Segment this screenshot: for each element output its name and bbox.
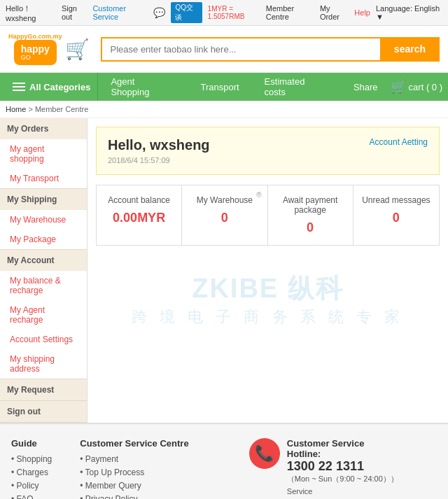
my-order-link[interactable]: My Order	[320, 4, 349, 21]
footer-csc-title: Customer Service Centre	[80, 438, 188, 449]
sidebar-section-request: My Request	[0, 379, 87, 401]
main: My Orders My agent shopping My Transport…	[0, 118, 448, 423]
nav-cart[interactable]: 🛒 cart ( 0 )	[391, 79, 442, 94]
sidebar-item-package[interactable]: My Package	[0, 230, 87, 249]
sidebar-item-balance[interactable]: My balance & recharge	[0, 271, 87, 300]
welcome-box: Hello, wxsheng 2018/6/4 15:57:09 Account…	[96, 127, 440, 175]
footer-service-info: Customer Service Hotline: 1300 22 1311 （…	[287, 438, 437, 499]
stat-warehouse-label: My Warehouse	[189, 195, 260, 205]
stat-balance: Account balance 0.00MYR	[97, 185, 182, 245]
sidebar-item-account-settings[interactable]: Account Settings	[0, 330, 87, 349]
stat-balance-value: 0.00MYR	[104, 211, 174, 225]
logo-box: happy GO	[14, 40, 57, 65]
footer: Guide Shopping Charges Policy FAQ Delive…	[0, 423, 448, 499]
watermark: ZKIBE 纵科 跨 境 电 子 商 务 系 统 专 家	[96, 257, 440, 342]
top-bar-left: Hello！wxsheng Sign out Customer Service …	[6, 2, 266, 23]
top-bar: Hello！wxsheng Sign out Customer Service …	[0, 0, 448, 26]
sidebar: My Orders My agent shopping My Transport…	[0, 118, 88, 423]
logo-go: GO	[21, 54, 50, 61]
nav-estimated-costs[interactable]: Estimated costs	[252, 73, 341, 101]
stat-await-payment: Await payment package 0	[268, 185, 354, 245]
sidebar-item-agent-shopping[interactable]: My agent shopping	[0, 139, 87, 169]
watermark-cn: 跨 境 电 子 商 务 系 统 专 家	[110, 307, 426, 328]
footer-csc-topup[interactable]: Top Up Process	[85, 468, 145, 477]
greeting-text: Hello！wxsheng	[6, 3, 56, 22]
logo-site: HappyGo.com.my	[8, 33, 62, 40]
content: Hello, wxsheng 2018/6/4 15:57:09 Account…	[88, 118, 448, 423]
wechat-icon: 💬	[153, 7, 165, 18]
qq-button[interactable]: QQ交谈	[171, 2, 202, 23]
footer-service-label: Service	[287, 487, 437, 496]
logo-main: happy	[21, 44, 50, 54]
breadcrumb-separator: >	[28, 105, 34, 113]
nav-share[interactable]: Share	[341, 73, 391, 101]
nav-cart-icon: 🛒	[391, 79, 406, 94]
sidebar-section-orders: My Orders My agent shopping My Transport	[0, 118, 87, 189]
footer-hours: （Mon ~ Sun（9:00 ~ 24:00））	[287, 474, 437, 484]
stat-unread-label: Unread messages	[360, 195, 432, 205]
footer-guide-faq[interactable]: FAQ	[17, 494, 34, 499]
all-categories-button[interactable]: All Categories	[6, 73, 98, 101]
sidebar-signout-link[interactable]: Sign out	[0, 401, 87, 422]
breadcrumb-current: Member Centre	[35, 105, 88, 113]
top-bar-right: Member Centre My Order Help Language: En…	[266, 4, 442, 21]
footer-service: 📞 Customer Service Hotline: 1300 22 1311…	[249, 438, 437, 499]
stat-unread: Unread messages 0	[354, 185, 439, 245]
sidebar-title-account: My Account	[0, 250, 87, 271]
stat-balance-label: Account balance	[104, 195, 174, 205]
nav-items: Agent Shopping Transport Estimated costs…	[98, 73, 390, 101]
stat-warehouse-value: 0	[189, 211, 260, 225]
breadcrumb: Home > Member Centre	[0, 101, 448, 118]
cart-icon: 🛒	[65, 38, 90, 61]
search-input[interactable]	[101, 37, 380, 62]
footer-guide-shopping[interactable]: Shopping	[17, 454, 52, 464]
sidebar-section-signout: Sign out	[0, 401, 87, 423]
search-button[interactable]: search	[380, 37, 440, 62]
footer-guide-title: Guide	[11, 438, 52, 449]
signout-link[interactable]: Sign out	[62, 4, 88, 21]
welcome-name: Hello, wxsheng	[108, 137, 210, 153]
sidebar-item-agent-recharge[interactable]: My Agent recharge	[0, 300, 87, 330]
member-centre-link[interactable]: Member Centre	[266, 4, 314, 21]
footer-hotline: 1300 22 1311	[287, 459, 437, 474]
sidebar-section-account: My Account My balance & recharge My Agen…	[0, 250, 87, 379]
footer-guide: Guide Shopping Charges Policy FAQ Delive…	[11, 438, 52, 499]
hamburger-icon	[13, 83, 25, 91]
footer-csc-member-query[interactable]: Member Query	[85, 481, 141, 491]
stat-warehouse: My Warehouse 0 ®	[182, 185, 267, 245]
nav-bar: All Categories Agent Shopping Transport …	[0, 73, 448, 101]
stat-await-payment-value: 0	[275, 220, 346, 235]
stats-grid: Account balance 0.00MYR My Warehouse 0 ®…	[96, 185, 440, 246]
nav-transport[interactable]: Transport	[188, 73, 251, 101]
nav-agent-shopping[interactable]: Agent Shopping	[98, 73, 188, 101]
sidebar-item-warehouse[interactable]: My Warehouse	[0, 210, 87, 230]
footer-csc-payment[interactable]: Payment	[85, 454, 118, 464]
customer-service-link[interactable]: Customer Service	[92, 4, 148, 21]
footer-top: Guide Shopping Charges Policy FAQ Delive…	[11, 438, 437, 499]
sidebar-title-orders: My Orders	[0, 118, 87, 139]
logo[interactable]: HappyGo.com.my happy GO 🛒	[8, 33, 90, 65]
stat-unread-value: 0	[360, 211, 432, 225]
search-area: search	[101, 37, 440, 62]
footer-guide-charges[interactable]: Charges	[17, 468, 48, 477]
all-categories-label: All Categories	[29, 82, 90, 92]
sidebar-item-shipping-address[interactable]: My shipping address	[0, 349, 87, 379]
language-selector[interactable]: Language: English ▼	[376, 4, 442, 21]
sidebar-item-my-transport[interactable]: My Transport	[0, 169, 87, 188]
footer-guide-policy[interactable]: Policy	[17, 481, 39, 491]
sidebar-title-shipping: My Shipping	[0, 189, 87, 210]
registered-mark: ®	[256, 191, 261, 199]
footer-service-title: Customer Service Hotline:	[287, 438, 437, 459]
exchange-rate: 1MYR = 1.5057RMB	[208, 5, 266, 20]
help-link[interactable]: Help	[354, 8, 370, 17]
footer-csc: Customer Service Centre Payment Top Up P…	[80, 438, 188, 499]
welcome-date: 2018/6/4 15:57:09	[108, 156, 210, 164]
breadcrumb-home[interactable]: Home	[6, 105, 26, 113]
stat-await-payment-label: Await payment package	[275, 195, 346, 215]
nav-cart-label: cart ( 0 )	[409, 82, 442, 92]
header: HappyGo.com.my happy GO 🛒 search	[0, 26, 448, 73]
watermark-en: ZKIBE 纵科	[110, 271, 426, 307]
sidebar-section-shipping: My Shipping My Warehouse My Package	[0, 189, 87, 250]
account-setting-link[interactable]: Account Aetting	[370, 137, 428, 147]
footer-csc-privacy[interactable]: Privacy Policy	[85, 494, 138, 499]
